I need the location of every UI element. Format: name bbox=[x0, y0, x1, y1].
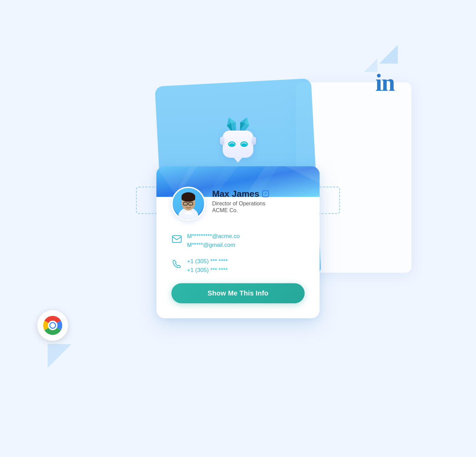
email-2: M*****@gmail.com bbox=[187, 242, 240, 249]
chrome-icon-wrapper bbox=[37, 310, 68, 341]
robot-eye-inner-left bbox=[230, 143, 234, 146]
phone-group: +1 (305) *** **** +1 (305) *** **** bbox=[171, 258, 305, 274]
phone-1: +1 (305) *** **** bbox=[187, 258, 228, 265]
robot-eye-left bbox=[228, 141, 236, 147]
svg-point-3 bbox=[50, 323, 55, 328]
avatar-svg bbox=[173, 187, 204, 219]
robot-body bbox=[223, 131, 253, 158]
robot-eye-right bbox=[240, 141, 248, 147]
svg-rect-26 bbox=[172, 236, 181, 242]
external-link-icon[interactable] bbox=[262, 190, 269, 197]
dashed-border-right bbox=[320, 187, 340, 214]
svg-marker-9 bbox=[286, 166, 320, 183]
robot-eyes bbox=[228, 141, 248, 147]
phone-2: +1 (305) *** **** bbox=[187, 267, 228, 274]
phone-svg bbox=[172, 259, 181, 269]
decor-triangle-1 bbox=[379, 45, 398, 64]
email-values: M*********@acme.co M*****@gmail.com bbox=[187, 233, 240, 249]
main-card: Max James Director of Operations ACME Co… bbox=[156, 166, 320, 318]
email-svg bbox=[172, 235, 182, 243]
dashed-border-left bbox=[136, 187, 156, 214]
person-name-text: Max James bbox=[212, 189, 259, 199]
profile-section: Max James Director of Operations ACME Co… bbox=[171, 183, 305, 221]
phone-icon bbox=[171, 259, 182, 270]
robot-ear-right bbox=[252, 137, 256, 145]
profile-name: Max James bbox=[212, 189, 269, 199]
profile-company: ACME Co. bbox=[212, 207, 269, 214]
speech-bubble bbox=[233, 157, 243, 163]
avatar bbox=[171, 187, 205, 221]
email-group: M*********@acme.co M*****@gmail.com bbox=[171, 233, 305, 249]
robot-eye-inner-right bbox=[242, 143, 247, 146]
email-1: M*********@acme.co bbox=[187, 233, 240, 240]
chrome-outer bbox=[37, 310, 68, 341]
profile-info: Max James Director of Operations ACME Co… bbox=[212, 187, 269, 214]
chrome-svg bbox=[41, 314, 64, 337]
show-info-button[interactable]: Show Me This Info bbox=[171, 283, 305, 303]
linkedin-logo: in bbox=[375, 69, 394, 97]
robot-horns bbox=[223, 117, 253, 132]
robot-ear-left bbox=[220, 137, 224, 145]
scene: in bbox=[85, 41, 391, 416]
profile-title: Director of Operations bbox=[212, 201, 269, 207]
svg-point-22 bbox=[182, 195, 195, 201]
phone-values: +1 (305) *** **** +1 (305) *** **** bbox=[187, 258, 228, 274]
robot-container bbox=[223, 131, 253, 158]
email-icon bbox=[171, 234, 182, 244]
decor-triangle-3 bbox=[48, 344, 71, 368]
contact-section: M*********@acme.co M*****@gmail.com +1 (… bbox=[171, 233, 305, 303]
